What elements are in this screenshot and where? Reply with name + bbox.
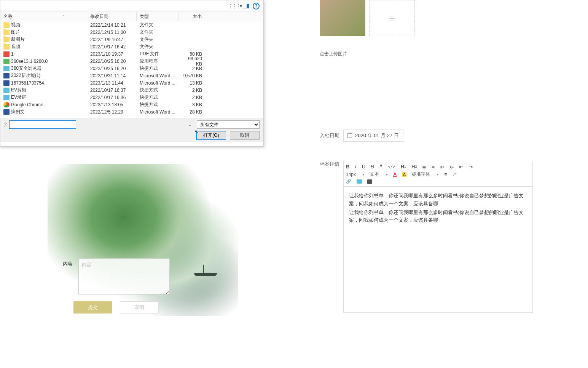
underline-button[interactable]: U xyxy=(362,164,365,170)
right-form-panel: + 点击上传图片 入档日期 2020 年 01 月 27 日 档案详情 B I … xyxy=(320,0,533,313)
file-name: 病例文 xyxy=(11,109,25,115)
filename-input[interactable] xyxy=(9,120,76,129)
help-icon[interactable]: ? xyxy=(253,3,260,10)
file-row[interactable]: 2022新功能(1)2022/10/31 11:14Microsoft Word… xyxy=(0,72,263,79)
col-header-size[interactable]: 大小 xyxy=(178,12,205,21)
file-size xyxy=(178,38,205,41)
dialog-bottom: ): 所有文件 打开(O) 取消 xyxy=(0,118,263,142)
font-size-select[interactable]: 14px xyxy=(346,172,365,177)
text-color-button[interactable]: A xyxy=(393,171,397,177)
file-row[interactable]: 音频2022/10/17 16:42文件夹 xyxy=(0,43,263,50)
editor-paragraph: 让我给你列书单，你还问我哪里有那么多时间看书;你说自己梦想的职业是广告文案，问我… xyxy=(349,209,527,225)
h1-button[interactable] xyxy=(401,164,406,170)
file-name: 1673581733754 xyxy=(11,80,44,86)
date-input[interactable]: 2020 年 01 月 27 日 xyxy=(343,130,403,142)
open-button[interactable]: 打开(O) xyxy=(196,131,226,140)
content-textarea[interactable] xyxy=(78,258,170,294)
ordered-list-button[interactable] xyxy=(422,164,426,170)
file-row[interactable]: 12023/1/10 19:37PDF 文件60 KB xyxy=(0,50,263,58)
plus-icon: + xyxy=(389,12,395,24)
dialog-toolbar: ▾ ? xyxy=(0,0,263,12)
bold-button[interactable]: B xyxy=(346,164,349,170)
filetype-select[interactable]: 所有文件 xyxy=(197,120,260,129)
image-button[interactable] xyxy=(357,179,362,184)
file-name: Google Chrome xyxy=(11,102,43,107)
file-name: EV录屏 xyxy=(11,94,26,101)
lnk-icon xyxy=(3,66,10,71)
align-button[interactable] xyxy=(444,171,447,177)
date-value: 2020 年 01 月 27 日 xyxy=(355,132,399,139)
file-name: 2022新功能(1) xyxy=(11,72,40,79)
clear-format-button[interactable] xyxy=(453,171,457,178)
folder-icon xyxy=(3,44,10,50)
code-button[interactable] xyxy=(388,164,395,169)
image-upload-area: + xyxy=(320,0,533,36)
editor-paragraph: 让我给你列书单，你还问我哪里有那么多时间看书;你说自己梦想的职业是广告文案，问我… xyxy=(349,192,527,208)
upload-hint: 点击上传图片 xyxy=(320,51,533,57)
file-list[interactable]: 视频2022/12/14 10:21文件夹图片2022/12/15 11:00文… xyxy=(0,21,263,118)
date-label: 入档日期 xyxy=(320,132,339,139)
exe-icon xyxy=(3,59,10,64)
lnk-icon xyxy=(3,88,10,93)
file-size: 28 KB xyxy=(178,108,205,116)
outdent-button[interactable] xyxy=(459,164,463,170)
watercolor-form: 内容 提交 取消 xyxy=(48,164,238,316)
add-image-box[interactable]: + xyxy=(369,0,415,36)
cancel-button[interactable]: 取消 xyxy=(230,131,260,140)
bg-color-button[interactable]: A xyxy=(402,172,406,177)
submit-button[interactable]: 提交 xyxy=(73,301,112,314)
uploaded-image-thumb[interactable] xyxy=(320,0,365,36)
file-name: 360se13.1.6260.0 xyxy=(11,59,48,64)
col-header-name[interactable]: 名称˄ xyxy=(0,12,87,21)
file-row[interactable]: EV录屏2022/10/17 16:36快捷方式2 KB xyxy=(0,94,263,101)
folder-icon xyxy=(3,22,10,28)
link-button[interactable] xyxy=(346,179,351,184)
lnk-icon xyxy=(3,95,10,100)
file-date: 2022/12/5 12:29 xyxy=(87,108,137,116)
text-type-select[interactable]: 文本 xyxy=(370,171,388,178)
cancel-form-button[interactable]: 取消 xyxy=(120,301,159,314)
file-row[interactable]: 病例文2022/12/5 12:29Microsoft Word ...28 K… xyxy=(0,108,263,115)
details-label: 档案详情 xyxy=(320,161,339,313)
quote-button[interactable] xyxy=(379,163,382,170)
file-size xyxy=(178,24,205,27)
doc-icon xyxy=(3,80,10,86)
folder-icon xyxy=(3,37,10,42)
save-button[interactable] xyxy=(367,179,372,184)
h2-button[interactable] xyxy=(411,164,417,170)
editor-toolbar: B I U S 14px 文本 xyxy=(344,161,532,187)
rich-editor: B I U S 14px 文本 xyxy=(343,161,533,313)
chrome-icon xyxy=(3,102,10,107)
doc-icon xyxy=(3,109,10,115)
col-header-date[interactable]: 修改日期 xyxy=(87,12,137,21)
date-row: 入档日期 2020 年 01 月 27 日 xyxy=(320,130,533,142)
file-name: 1 xyxy=(11,51,14,57)
pdf-icon xyxy=(3,51,10,57)
calendar-icon xyxy=(347,133,352,138)
preview-pane-icon[interactable] xyxy=(242,2,250,10)
doc-icon xyxy=(3,73,10,78)
file-list-header: 名称˄ 修改日期 类型 大小 xyxy=(0,12,263,21)
view-mode-icon[interactable]: ▾ xyxy=(231,2,239,10)
unordered-list-button[interactable] xyxy=(432,164,435,170)
superscript-button[interactable] xyxy=(449,164,454,170)
italic-button[interactable]: I xyxy=(355,163,356,170)
folder-icon xyxy=(3,30,10,35)
subscript-button[interactable] xyxy=(440,164,444,170)
file-size xyxy=(178,31,205,34)
indent-button[interactable] xyxy=(468,164,473,170)
filename-label: ): xyxy=(4,122,7,127)
editor-content[interactable]: 让我给你列书单，你还问我哪里有那么多时间看书;你说自己梦想的职业是广告文案，问我… xyxy=(344,187,532,312)
file-size xyxy=(178,45,205,48)
file-open-dialog: ▾ ? 名称˄ 修改日期 类型 大小 视频2022/12/14 10:21文件夹… xyxy=(0,0,264,147)
file-name: 音频 xyxy=(11,43,20,50)
font-family-select[interactable]: 标准字体 xyxy=(412,171,439,178)
col-header-type[interactable]: 类型 xyxy=(137,12,178,21)
strike-button[interactable]: S xyxy=(371,164,374,170)
details-row: 档案详情 B I U S xyxy=(320,161,533,313)
file-type: Microsoft Word ... xyxy=(137,108,178,116)
content-label: 内容 xyxy=(63,258,73,267)
